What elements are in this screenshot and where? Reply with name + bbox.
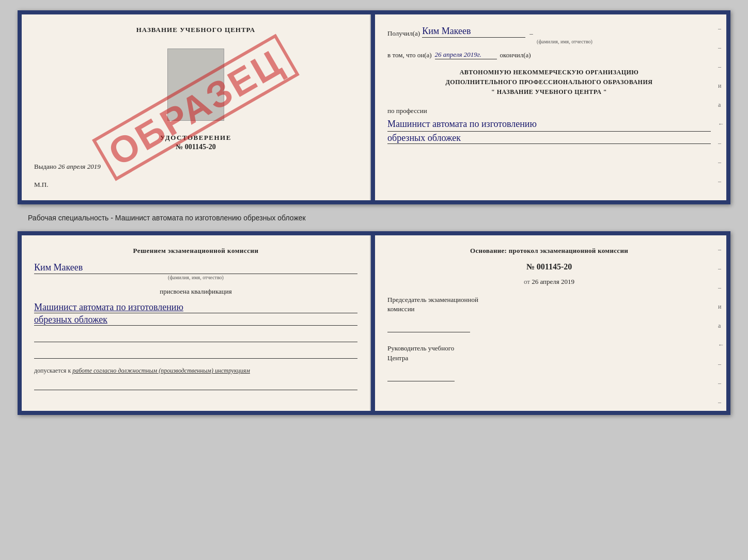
- bottom-right-panel: Основание: протокол экзаменационной коми…: [375, 235, 726, 411]
- org-quotes: " НАЗВАНИЕ УЧЕБНОГО ЦЕНТРА ": [387, 87, 711, 97]
- resheniyem-line: Решением экзаменационной комиссии: [34, 247, 357, 255]
- prisvoena-label: присвоена квалификация: [34, 287, 357, 296]
- vtom-line: в том, что он(а) 26 апреля 2019г. окончи…: [387, 51, 711, 59]
- predsedatel-block: Председатель экзаменационной комиссии: [387, 295, 711, 332]
- org-block: АВТОНОМНУЮ НЕКОММЕРЧЕСКУЮ ОРГАНИЗАЦИЮ ДО…: [387, 68, 711, 98]
- right-dashes: – – – и а ← – – –: [718, 25, 724, 185]
- protocol-date: от 26 апреля 2019: [387, 278, 711, 286]
- dopuskaetsya-text: работе согласно должностным (производств…: [72, 367, 250, 374]
- dash1: –: [529, 29, 533, 38]
- predsedatel-line1: Председатель экзаменационной: [387, 296, 478, 303]
- poluchil-name: Ким Макеев: [422, 26, 525, 38]
- org-line2: ДОПОЛНИТЕЛЬНОГО ПРОФЕССИОНАЛЬНОГО ОБРАЗО…: [387, 77, 711, 87]
- rukovoditel-line1: Руководитель учебного: [387, 344, 454, 352]
- doc-spine: [371, 14, 375, 200]
- udostoverenie-num: № 001145-20: [160, 143, 231, 151]
- kim-block-bot: Ким Макеев (фамилия, имя, отчество): [34, 261, 357, 280]
- bottom-left-panel: Решением экзаменационной комиссии Ким Ма…: [22, 235, 371, 411]
- profession-line2: обрезных обложек: [387, 133, 711, 144]
- dopuskaetsya-prefix: допускается к: [34, 367, 71, 374]
- poluchil-label: Получил(а): [387, 29, 420, 38]
- predsedatel-signature-line: [387, 322, 470, 332]
- vydano-label: Выдано: [34, 163, 56, 170]
- vtom-date: 26 апреля 2019г.: [435, 51, 497, 59]
- po-professii-block: по профессии Машинист автомата по изгото…: [387, 104, 711, 144]
- kim-name-bot: Ким Макеев: [34, 262, 357, 274]
- predsedatel-line2: комиссии: [387, 305, 415, 313]
- rukovoditel-line2: Центра: [387, 354, 408, 362]
- profession-line1: Машинист автомата по изготовлению: [387, 117, 711, 132]
- dopusk-underline: [34, 381, 357, 390]
- poluchil-sub: (фамилия, имя, отчество): [418, 39, 711, 44]
- bottom-document: Решением экзаменационной комиссии Ким Ма…: [18, 231, 730, 415]
- predsedatel-label: Председатель экзаменационной комиссии: [387, 295, 711, 314]
- rukovoditel-signature-line: [387, 371, 455, 381]
- poluchil-block: Получил(а) Ким Макеев – (фамилия, имя, о…: [387, 26, 711, 44]
- osnovanie-line: Основание: протокол экзаменационной коми…: [387, 247, 711, 255]
- ot-label: от: [524, 278, 530, 285]
- protocol-date-val: 26 апреля 2019: [532, 278, 574, 285]
- fio-sub-bot: (фамилия, имя, отчество): [34, 275, 357, 280]
- udostoverenie-block: УДОСТОВЕРЕНИЕ № 001145-20: [160, 134, 231, 151]
- rukovoditel-label: Руководитель учебного Центра: [387, 344, 711, 362]
- org-line1: АВТОНОМНУЮ НЕКОММЕРЧЕСКУЮ ОРГАНИЗАЦИЮ: [387, 68, 711, 77]
- top-document: НАЗВАНИЕ УЧЕБНОГО ЦЕНТРА УДОСТОВЕРЕНИЕ №…: [18, 10, 730, 204]
- school-name-top: НАЗВАНИЕ УЧЕБНОГО ЦЕНТРА: [136, 26, 256, 34]
- kval-block: Машинист автомата по изготовлению обрезн…: [34, 300, 357, 326]
- rukovoditel-block: Руководитель учебного Центра: [387, 344, 711, 381]
- doc-spine-bot: [371, 235, 375, 411]
- blank-line2: [34, 348, 357, 359]
- poluchil-line: Получил(а) Ким Макеев –: [387, 26, 711, 38]
- vydano-block: Выдано 26 апреля 2019: [34, 163, 357, 171]
- right-dashes-bot: – – – и а ← – – –: [718, 246, 724, 406]
- po-professii-label: по профессии: [387, 107, 711, 115]
- okonchil-label: окончил(а): [500, 51, 531, 59]
- vydano-date: 26 апреля 2019: [58, 163, 101, 170]
- kval-line2: обрезных обложек: [34, 314, 357, 326]
- blank-line1: [34, 332, 357, 342]
- photo-placeholder: [167, 49, 224, 121]
- dopuskaetsya-block: допускается к работе согласно должностны…: [34, 367, 357, 375]
- udostoverenie-label: УДОСТОВЕРЕНИЕ: [160, 134, 231, 142]
- top-left-panel: НАЗВАНИЕ УЧЕБНОГО ЦЕНТРА УДОСТОВЕРЕНИЕ №…: [22, 14, 371, 200]
- kval-line1: Машинист автомата по изготовлению: [34, 302, 357, 313]
- vtom-label: в том, что он(а): [387, 51, 432, 59]
- top-right-panel: Получил(а) Ким Макеев – (фамилия, имя, о…: [375, 14, 726, 200]
- mp-label: М.П.: [34, 181, 48, 189]
- between-label: Рабочая специальность - Машинист автомат…: [28, 214, 306, 222]
- protocol-num: № 001145-20: [387, 262, 711, 271]
